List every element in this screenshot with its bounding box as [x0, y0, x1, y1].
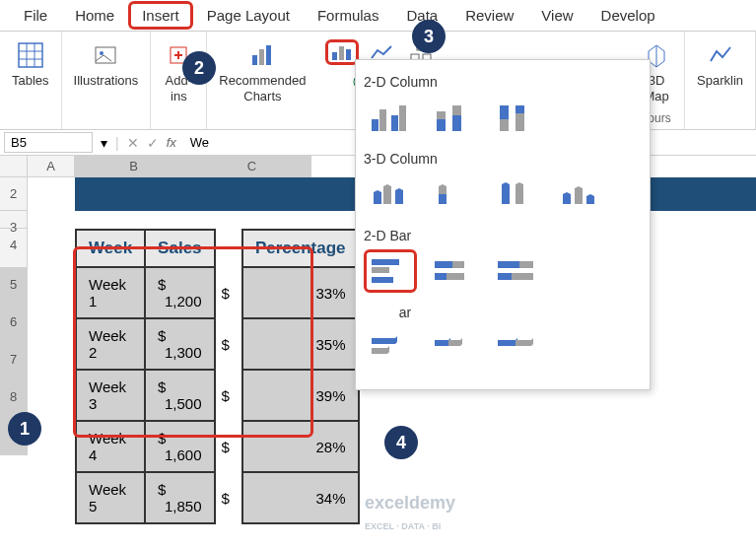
tab-insert[interactable]: Insert	[128, 1, 193, 30]
3d-100-stacked-column[interactable]	[490, 172, 543, 216]
3d-clustered-bar[interactable]	[364, 326, 417, 370]
col-a[interactable]: A	[28, 156, 75, 177]
svg-rect-10	[252, 55, 257, 65]
svg-rect-46	[512, 273, 533, 280]
svg-rect-11	[259, 49, 264, 65]
tables-button[interactable]: Tables	[8, 35, 53, 93]
tab-home[interactable]: Home	[61, 1, 128, 30]
sparklines-label: Sparklin	[697, 73, 743, 89]
cell-pct[interactable]: 34%	[242, 472, 359, 523]
name-box[interactable]: B5	[4, 132, 93, 153]
cell-sales[interactable]: $1,300	[145, 318, 214, 370]
cell-week[interactable]: Week 5	[76, 472, 145, 523]
down-arrow-icon[interactable]: ▾	[101, 135, 107, 151]
fx-label[interactable]: fx	[167, 135, 176, 150]
cell-extra[interactable]: $	[215, 421, 242, 472]
cell-pct[interactable]: 33%	[242, 267, 359, 318]
cell-sales[interactable]: $1,200	[145, 267, 214, 318]
cell-sales[interactable]: $1,850	[145, 472, 214, 523]
svg-rect-45	[498, 273, 512, 280]
tab-page-layout[interactable]: Page Layout	[193, 1, 304, 30]
cell-extra[interactable]: $	[215, 267, 242, 318]
row-5[interactable]: 5	[0, 268, 28, 306]
cell-extra[interactable]: $	[215, 472, 242, 523]
cell-week[interactable]: Week 3	[76, 370, 145, 421]
header-week: Week	[76, 230, 145, 267]
row-3[interactable]: 3	[0, 211, 28, 229]
svg-rect-14	[339, 46, 344, 60]
3d-100-stacked-bar[interactable]	[490, 326, 543, 370]
svg-rect-25	[379, 109, 386, 131]
section-3d-bar: 3-D Bar	[364, 305, 642, 320]
3d-stacked-bar[interactable]	[427, 326, 480, 370]
illustrations-icon	[90, 39, 121, 71]
table-row[interactable]: Week 5 $1,850 $ 34%	[76, 472, 359, 523]
callout-4: 4	[384, 426, 418, 459]
row-4[interactable]: 4	[0, 229, 28, 268]
svg-rect-38	[372, 277, 393, 283]
chart-type-dropdown: 2-D Column 3-D Column 2-D Bar 3-D Bar	[355, 59, 651, 390]
callout-1: 1	[8, 412, 41, 446]
row-7[interactable]: 7	[0, 343, 28, 380]
cell-sales[interactable]: $1,500	[145, 370, 214, 421]
header-percentage: Percentage	[242, 230, 359, 267]
row-6[interactable]: 6	[0, 306, 28, 343]
select-all-corner[interactable]	[0, 156, 28, 177]
svg-rect-32	[500, 105, 509, 119]
clustered-column[interactable]	[364, 96, 417, 139]
svg-rect-0	[19, 43, 42, 67]
stacked-bar[interactable]	[427, 249, 480, 293]
table-row[interactable]: Week 1 $1,200 $ 33%	[76, 267, 359, 318]
data-table: Week Sales Percentage Week 1 $1,200 $ 33…	[75, 229, 360, 524]
tab-view[interactable]: View	[527, 1, 586, 30]
svg-rect-15	[346, 49, 351, 60]
tab-formulas[interactable]: Formulas	[304, 1, 393, 30]
cell-week[interactable]: Week 4	[76, 421, 145, 472]
2d-column-options	[364, 96, 642, 139]
illustrations-button[interactable]: Illustrations	[70, 35, 143, 93]
100-stacked-bar[interactable]	[490, 249, 543, 293]
tables-label: Tables	[12, 73, 49, 89]
svg-rect-40	[452, 261, 464, 268]
ribbon-tabs: File Home Insert Page Layout Formulas Da…	[0, 0, 756, 32]
cell-sales[interactable]: $1,600	[145, 421, 214, 472]
table-row[interactable]: Week 2 $1,300 $ 35%	[76, 318, 359, 370]
svg-rect-42	[447, 273, 464, 280]
group-illustrations: Illustrations	[62, 32, 152, 129]
table-row[interactable]: Week 3 $1,500 $ 39%	[76, 370, 359, 421]
3d-stacked-column[interactable]	[427, 172, 480, 216]
callout-2: 2	[182, 51, 216, 85]
cell-pct[interactable]: 35%	[242, 318, 359, 370]
col-c[interactable]: C	[193, 156, 311, 177]
callout-3: 3	[412, 20, 446, 53]
cell-week[interactable]: Week 1	[76, 267, 145, 318]
stacked-column[interactable]	[427, 96, 480, 139]
svg-rect-39	[435, 261, 452, 268]
svg-rect-24	[372, 119, 378, 131]
table-row[interactable]: Week 4 $1,600 $ 28%	[76, 421, 359, 472]
100-stacked-column[interactable]	[490, 96, 543, 139]
clustered-bar[interactable]	[364, 249, 417, 293]
tab-developer[interactable]: Develop	[587, 1, 669, 30]
3d-column-chart[interactable]	[553, 172, 606, 216]
watermark-sub: EXCEL · DATA · BI	[365, 521, 441, 531]
sparklines-button[interactable]: Sparklin	[693, 35, 747, 93]
cell-extra[interactable]: $	[215, 318, 242, 370]
svg-rect-43	[498, 261, 519, 268]
enter-icon[interactable]: ✓	[147, 135, 159, 151]
cell-pct[interactable]: 28%	[242, 421, 359, 472]
cell-pct[interactable]: 39%	[242, 370, 359, 421]
cancel-icon[interactable]: ✕	[127, 135, 139, 151]
cell-week[interactable]: Week 2	[76, 318, 145, 370]
svg-point-6	[100, 51, 103, 55]
3d-clustered-column[interactable]	[364, 172, 417, 216]
tab-review[interactable]: Review	[451, 1, 527, 30]
tab-file[interactable]: File	[10, 1, 61, 30]
header-sales: Sales	[145, 230, 214, 267]
row-2[interactable]: 2	[0, 177, 28, 211]
svg-rect-27	[399, 105, 406, 131]
recommended-charts-button[interactable]: Recommended Charts	[215, 35, 309, 107]
cell-extra[interactable]: $	[215, 370, 242, 421]
3d-bar-options	[364, 326, 642, 370]
col-b[interactable]: B	[75, 156, 193, 177]
